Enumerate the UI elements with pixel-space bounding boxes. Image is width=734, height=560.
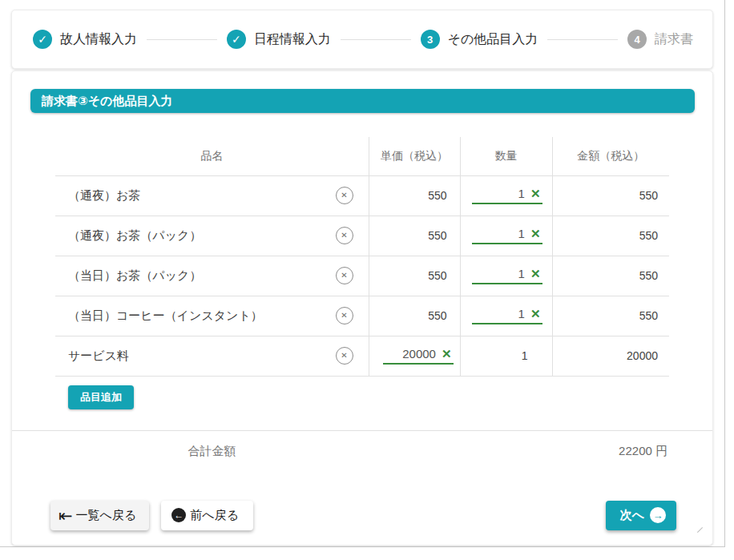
table-row: （当日）コーヒー（インスタント） ✕ 550 1 ✕ 550 bbox=[55, 296, 669, 336]
step-invoice: 4 請求書 bbox=[627, 30, 693, 49]
step-label: 請求書 bbox=[655, 31, 693, 48]
remove-item-button[interactable]: ✕ bbox=[336, 347, 353, 365]
item-name: （通夜）お茶（パック） bbox=[68, 228, 201, 244]
column-header-unit-price: 単価（税込） bbox=[369, 137, 460, 175]
step-check-icon: ✓ bbox=[227, 30, 246, 49]
step-schedule-info: ✓ 日程情報入力 bbox=[227, 30, 331, 49]
items-table: 品名 単価（税込） 数量 金額（税込） （通夜）お茶 ✕ 550 1 ✕ bbox=[55, 137, 669, 377]
table-header-row: 品名 単価（税込） 数量 金額（税込） bbox=[55, 137, 669, 175]
total-value: 22200 円 bbox=[619, 444, 667, 459]
table-row: サービス料 ✕ 20000 ✕ 1 20000 bbox=[55, 336, 669, 376]
arrow-right-circle-icon: → bbox=[650, 507, 666, 523]
quantity-input[interactable]: 1 ✕ bbox=[472, 227, 542, 244]
table-row: （通夜）お茶 ✕ 550 1 ✕ 550 bbox=[55, 175, 669, 216]
back-button[interactable]: ← 前へ戻る bbox=[161, 501, 253, 530]
column-header-quantity: 数量 bbox=[460, 137, 552, 175]
step-connector bbox=[341, 39, 411, 40]
step-check-icon: ✓ bbox=[33, 30, 52, 49]
circled-cross-icon: ✕ bbox=[341, 191, 347, 199]
step-other-items: 3 その他品目入力 bbox=[421, 30, 538, 49]
unit-price-value: 20000 bbox=[402, 347, 436, 361]
quantity-value: 1 bbox=[460, 336, 552, 376]
total-label: 合計金額 bbox=[55, 444, 369, 459]
next-label: 次へ bbox=[620, 508, 644, 523]
check-icon: ✓ bbox=[38, 34, 47, 45]
quantity-value: 1 bbox=[518, 267, 525, 280]
unit-price-value: 550 bbox=[369, 256, 460, 296]
unit-price-value: 550 bbox=[369, 175, 460, 216]
quantity-input[interactable]: 1 ✕ bbox=[472, 187, 542, 204]
amount-value: 550 bbox=[552, 216, 669, 256]
step-label: 故人情報入力 bbox=[60, 31, 137, 48]
column-header-amount: 金額（税込） bbox=[552, 137, 669, 175]
item-name: （当日）コーヒー（インスタント） bbox=[68, 308, 263, 324]
quantity-value: 1 bbox=[518, 307, 525, 320]
item-name: サービス料 bbox=[68, 348, 129, 364]
remove-item-button[interactable]: ✕ bbox=[336, 307, 353, 324]
quantity-value: 1 bbox=[518, 187, 525, 200]
check-icon: ✓ bbox=[232, 34, 241, 45]
table-row: （当日）お茶（パック） ✕ 550 1 ✕ 550 bbox=[55, 256, 669, 296]
clear-unit-price-button[interactable]: ✕ bbox=[442, 348, 452, 360]
item-name: （当日）お茶（パック） bbox=[68, 268, 201, 284]
circled-cross-icon: ✕ bbox=[341, 232, 347, 240]
remove-item-button[interactable]: ✕ bbox=[336, 187, 353, 204]
back-to-list-button[interactable]: ⇤ 一覧へ戻る bbox=[50, 501, 149, 530]
circled-cross-icon: ✕ bbox=[341, 272, 347, 280]
unit-price-input[interactable]: 20000 ✕ bbox=[383, 347, 454, 365]
unit-price-value: 550 bbox=[369, 216, 460, 256]
amount-value: 550 bbox=[552, 296, 669, 336]
arrow-left-circle-icon: ← bbox=[171, 508, 186, 522]
clear-quantity-button[interactable]: ✕ bbox=[530, 308, 541, 320]
item-name: （通夜）お茶 bbox=[68, 188, 140, 203]
remove-item-button[interactable]: ✕ bbox=[336, 267, 353, 284]
footer-actions: ⇤ 一覧へ戻る ← 前へ戻る 次へ → bbox=[12, 501, 712, 530]
amount-value: 550 bbox=[552, 256, 669, 296]
clear-quantity-button[interactable]: ✕ bbox=[530, 228, 541, 240]
next-button[interactable]: 次へ → bbox=[606, 501, 676, 530]
quantity-input[interactable]: 1 ✕ bbox=[472, 267, 542, 284]
clear-quantity-button[interactable]: ✕ bbox=[530, 187, 541, 199]
table-row: （通夜）お茶（パック） ✕ 550 1 ✕ 550 bbox=[55, 216, 669, 256]
step-connector bbox=[147, 39, 217, 40]
invoice-items-panel: 請求書③その他品目入力 品名 単価（税込） 数量 金額（税込） （通夜）お茶 ✕… bbox=[11, 71, 713, 546]
step-deceased-info: ✓ 故人情報入力 bbox=[33, 30, 137, 49]
circled-cross-icon: ✕ bbox=[341, 352, 347, 360]
step-connector bbox=[547, 39, 618, 40]
total-row: 合計金額 22200 円 bbox=[12, 431, 712, 459]
unit-price-value: 550 bbox=[369, 296, 460, 336]
clear-quantity-button[interactable]: ✕ bbox=[530, 268, 541, 280]
step-number-icon: 3 bbox=[421, 30, 440, 49]
remove-item-button[interactable]: ✕ bbox=[336, 227, 353, 244]
quantity-value: 1 bbox=[518, 227, 525, 240]
back-to-list-label: 一覧へ戻る bbox=[76, 508, 137, 523]
add-item-button[interactable]: 品目追加 bbox=[68, 385, 134, 409]
amount-value: 550 bbox=[552, 175, 669, 216]
step-number-icon: 4 bbox=[627, 30, 647, 49]
quantity-input[interactable]: 1 ✕ bbox=[472, 307, 542, 324]
amount-value: 20000 bbox=[552, 336, 669, 376]
page: ✓ 故人情報入力 ✓ 日程情報入力 3 その他品目入力 4 請求書 請求書③その… bbox=[0, 0, 725, 547]
step-label: 日程情報入力 bbox=[254, 31, 331, 48]
circled-cross-icon: ✕ bbox=[341, 312, 347, 320]
panel-title: 請求書③その他品目入力 bbox=[30, 89, 695, 113]
wizard-stepper: ✓ 故人情報入力 ✓ 日程情報入力 3 その他品目入力 4 請求書 bbox=[11, 10, 713, 69]
column-header-item-name: 品名 bbox=[55, 137, 369, 175]
step-label: その他品目入力 bbox=[448, 31, 538, 48]
back-label: 前へ戻る bbox=[190, 508, 239, 523]
arrow-to-bar-left-icon: ⇤ bbox=[58, 507, 73, 524]
